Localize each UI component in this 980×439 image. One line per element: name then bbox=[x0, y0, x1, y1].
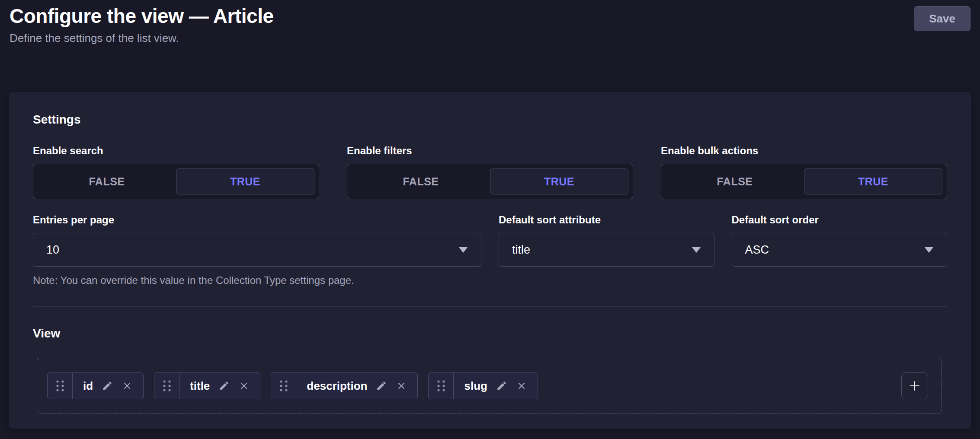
drag-handle-icon[interactable] bbox=[429, 373, 454, 399]
add-field-button[interactable] bbox=[901, 372, 928, 399]
default-sort-order-label: Default sort order bbox=[732, 214, 948, 226]
field-enable-filters: Enable filters FALSE TRUE bbox=[347, 145, 633, 199]
field-chip-description[interactable]: description bbox=[271, 372, 418, 399]
field-entries-per-page: Entries per page 10 Note: You can overri… bbox=[33, 214, 481, 286]
drag-handle-icon[interactable] bbox=[271, 373, 296, 399]
enable-filters-label: Enable filters bbox=[347, 145, 633, 157]
close-icon[interactable] bbox=[122, 380, 133, 391]
enable-filters-true-option[interactable]: TRUE bbox=[490, 169, 628, 194]
default-sort-order-value: ASC bbox=[745, 243, 769, 257]
enable-search-toggle: FALSE TRUE bbox=[33, 164, 319, 199]
default-sort-attribute-value: title bbox=[512, 243, 530, 257]
chip-body: title bbox=[179, 373, 260, 399]
entries-per-page-value: 10 bbox=[46, 243, 59, 257]
enable-filters-toggle: FALSE TRUE bbox=[347, 164, 633, 199]
settings-heading: Settings bbox=[33, 113, 947, 127]
chevron-down-icon bbox=[458, 247, 468, 253]
enable-bulk-actions-label: Enable bulk actions bbox=[661, 145, 947, 157]
close-icon[interactable] bbox=[516, 380, 527, 391]
close-icon[interactable] bbox=[238, 380, 250, 391]
enable-filters-false-option[interactable]: FALSE bbox=[352, 169, 490, 194]
chip-label: title bbox=[190, 379, 210, 393]
entries-per-page-select[interactable]: 10 bbox=[33, 233, 481, 267]
field-chip-id[interactable]: id bbox=[47, 372, 144, 399]
chevron-down-icon bbox=[692, 247, 701, 253]
chip-body: slug bbox=[454, 373, 537, 399]
field-default-sort-order: Default sort order ASC bbox=[732, 214, 948, 286]
pencil-icon[interactable] bbox=[102, 380, 113, 391]
default-sort-attribute-label: Default sort attribute bbox=[499, 214, 714, 226]
enable-bulk-actions-false-option[interactable]: FALSE bbox=[666, 169, 804, 194]
section-divider bbox=[33, 306, 947, 307]
chip-label: description bbox=[307, 379, 367, 393]
configure-view-panel: Settings Enable search FALSE TRUE Enable… bbox=[9, 92, 971, 429]
chip-label: slug bbox=[464, 379, 487, 393]
drag-handle-icon[interactable] bbox=[154, 373, 179, 399]
chevron-down-icon bbox=[924, 247, 934, 253]
entries-per-page-label: Entries per page bbox=[33, 214, 481, 226]
page-title: Configure the view — Article bbox=[10, 4, 970, 28]
enable-search-false-option[interactable]: FALSE bbox=[38, 169, 176, 194]
close-icon[interactable] bbox=[396, 380, 407, 391]
chip-body: description bbox=[296, 373, 417, 399]
pencil-icon[interactable] bbox=[218, 380, 230, 391]
enable-search-true-option[interactable]: TRUE bbox=[176, 169, 314, 194]
entries-per-page-hint: Note: You can override this value in the… bbox=[33, 274, 481, 286]
page-header: Configure the view — Article Define the … bbox=[0, 0, 980, 45]
plus-icon bbox=[908, 379, 922, 393]
settings-selects-row: Entries per page 10 Note: You can overri… bbox=[33, 214, 947, 286]
drag-handle-icon[interactable] bbox=[48, 373, 73, 399]
field-chip-title[interactable]: title bbox=[154, 372, 260, 399]
enable-bulk-actions-toggle: FALSE TRUE bbox=[661, 164, 947, 199]
default-sort-order-select[interactable]: ASC bbox=[732, 233, 948, 267]
page-subtitle: Define the settings of the list view. bbox=[10, 31, 970, 45]
chip-label: id bbox=[83, 379, 93, 393]
field-enable-search: Enable search FALSE TRUE bbox=[33, 145, 319, 199]
pencil-icon[interactable] bbox=[376, 380, 387, 391]
pencil-icon[interactable] bbox=[496, 380, 507, 391]
save-button[interactable]: Save bbox=[914, 6, 970, 31]
view-fields-dropzone: id title bbox=[37, 358, 942, 414]
enable-search-label: Enable search bbox=[33, 145, 319, 157]
field-chip-slug[interactable]: slug bbox=[428, 372, 538, 399]
settings-toggles-row: Enable search FALSE TRUE Enable filters … bbox=[33, 145, 947, 199]
chip-body: id bbox=[73, 373, 143, 399]
default-sort-attribute-select[interactable]: title bbox=[499, 233, 714, 267]
enable-bulk-actions-true-option[interactable]: TRUE bbox=[804, 169, 942, 194]
field-enable-bulk-actions: Enable bulk actions FALSE TRUE bbox=[661, 145, 947, 199]
view-heading: View bbox=[33, 327, 947, 340]
field-default-sort-attribute: Default sort attribute title bbox=[499, 214, 714, 286]
